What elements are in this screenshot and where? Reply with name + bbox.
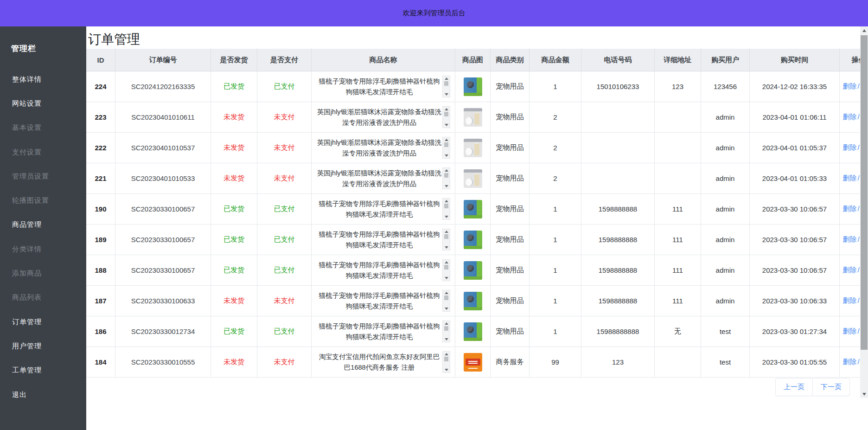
scrollbar-track[interactable] [443,116,450,123]
scrollbar-track[interactable] [443,86,450,92]
scroll-up-icon[interactable] [443,321,450,326]
scroll-down-icon[interactable] [860,390,868,398]
sidebar-item-5[interactable]: 轮播图设置 [0,188,86,212]
scrollbar-rail[interactable] [442,290,450,312]
scrollbar-thumb[interactable] [444,142,448,147]
scrollbar-track[interactable] [443,300,450,307]
scrollbar-track[interactable] [860,34,868,390]
scrollbar-thumb[interactable] [444,112,448,116]
next-page-button[interactable]: 下一页 [812,378,850,396]
product-name-scroller[interactable]: 淘宝支付宝信用代拍闲鱼京东好友阿里巴巴1688代商务服务 注册 [316,351,450,373]
sidebar-item-12[interactable]: 工单管理 [0,359,86,383]
scroll-down-icon[interactable] [443,123,450,128]
cell-purchase-time: 2023-03-30 10:06:33 [750,286,840,316]
product-name-scroller[interactable]: 猫梳子宠物专用除浮毛刷撸猫神器针梳狗狗猫咪毛发清理开结毛 [316,259,450,281]
scrollbar-rail[interactable] [442,259,450,281]
product-name-scroller[interactable]: 猫梳子宠物专用除浮毛刷撸猫神器针梳狗狗猫咪毛发清理开结毛 [316,321,450,342]
status-badge: 未发货 [223,113,244,121]
scrollbar-thumb[interactable] [444,295,448,300]
scrollbar-rail[interactable] [442,351,450,373]
scrollbar-track[interactable] [443,178,450,184]
scrollbar-thumb[interactable] [444,81,448,86]
product-name-scroller[interactable]: 英国jhly银渐层猫咪沐浴露宠物除蚤幼猫洗澡专用浴液香波洗护用品 [316,106,450,128]
delete-link[interactable]: 删除 [842,296,856,304]
scrollbar-rail[interactable] [442,321,450,342]
scroll-down-icon[interactable] [443,92,450,97]
scrollbar-track[interactable] [443,270,450,276]
scrollbar-thumb[interactable] [444,265,448,270]
scrollbar-track[interactable] [443,331,450,337]
scrollbar-rail[interactable] [442,229,450,250]
sidebar-item-4[interactable]: 管理员设置 [0,164,86,188]
product-name-scroller[interactable]: 猫梳子宠物专用除浮毛刷撸猫神器针梳狗狗猫咪毛发清理开结毛 [316,198,450,220]
delete-link[interactable]: 删除 [842,205,856,212]
cell-product-name: 猫梳子宠物专用除浮毛刷撸猫神器针梳狗狗猫咪毛发清理开结毛 [312,194,455,225]
delete-link[interactable]: 删除 [842,327,856,335]
scrollbar-rail[interactable] [442,167,450,189]
sidebar-item-2[interactable]: 基本设置 [0,116,86,140]
delete-link[interactable]: 删除 [842,174,856,182]
scroll-up-icon[interactable] [443,229,450,234]
delete-link[interactable]: 删除 [842,82,856,90]
scrollbar-thumb[interactable] [444,204,448,208]
scroll-up-icon[interactable] [443,168,450,173]
sidebar-item-7[interactable]: 分类详情 [0,237,86,261]
scroll-up-icon[interactable] [443,199,450,203]
delete-link[interactable]: 删除 [842,113,856,121]
delete-link[interactable]: 删除 [842,143,856,151]
product-name-scroller[interactable]: 英国jhly银渐层猫咪沐浴露宠物除蚤幼猫洗澡专用浴液香波洗护用品 [316,167,450,189]
scrollbar-thumb[interactable] [444,326,448,331]
scroll-up-icon[interactable] [443,260,450,264]
delete-link[interactable]: 删除 [842,358,856,366]
sidebar-item-6[interactable]: 商品管理 [0,213,86,237]
cell-shipped-status: 未发货 [211,347,257,378]
sidebar-item-8[interactable]: 添加商品 [0,261,86,285]
sidebar-item-13[interactable]: 退出 [0,383,86,407]
scroll-down-icon[interactable] [443,245,450,250]
scrollbar-thumb[interactable] [444,357,448,361]
scroll-down-icon[interactable] [443,307,450,311]
scroll-down-icon[interactable] [443,276,450,281]
scrollbar-track[interactable] [443,147,450,154]
scroll-up-icon[interactable] [443,76,450,81]
scrollbar-thumb[interactable] [861,35,868,350]
product-name-scroller[interactable]: 英国jhly银渐层猫咪沐浴露宠物除蚤幼猫洗澡专用浴液香波洗护用品 [316,137,450,159]
sidebar-item-10[interactable]: 订单管理 [0,310,86,334]
sidebar-item-11[interactable]: 用户管理 [0,334,86,358]
scroll-up-icon[interactable] [443,352,450,356]
scroll-up-icon[interactable] [860,26,868,34]
scroll-down-icon[interactable] [443,368,450,372]
scrollbar-track[interactable] [443,208,450,215]
product-name-scroller[interactable]: 猫梳子宠物专用除浮毛刷撸猫神器针梳狗狗猫咪毛发清理开结毛 [316,229,450,250]
scrollbar-thumb[interactable] [444,173,448,178]
delete-link[interactable]: 删除 [842,266,856,274]
scrollbar-thumb[interactable] [444,234,448,239]
sidebar-item-0[interactable]: 整体详情 [0,67,86,91]
scroll-down-icon[interactable] [443,154,450,158]
sidebar-item-1[interactable]: 网站设置 [0,91,86,116]
scrollbar-rail[interactable] [442,106,450,128]
top-banner: 欢迎来到管理员后台 [0,0,868,26]
cell-address: 123 [655,71,701,102]
product-name-scroller[interactable]: 猫梳子宠物专用除浮毛刷撸猫神器针梳狗狗猫咪毛发清理开结毛 [316,290,450,312]
page-scrollbar[interactable] [860,26,868,398]
scroll-up-icon[interactable] [443,137,450,142]
scroll-up-icon[interactable] [443,290,450,295]
cell-product-image [455,286,491,316]
sidebar-item-3[interactable]: 支付设置 [0,140,86,164]
scrollbar-rail[interactable] [442,137,450,159]
prev-page-button[interactable]: 上一页 [775,378,813,396]
scrollbar-track[interactable] [443,239,450,245]
scrollbar-rail[interactable] [442,198,450,220]
scroll-down-icon[interactable] [443,215,450,219]
scroll-up-icon[interactable] [443,107,450,111]
status-badge: 未发货 [223,358,244,366]
sidebar-item-9[interactable]: 商品列表 [0,286,86,310]
scrollbar-rail[interactable] [442,76,450,97]
product-name-scroller[interactable]: 猫梳子宠物专用除浮毛刷撸猫神器针梳狗狗猫咪毛发清理开结毛 [316,76,450,97]
status-badge: 已发货 [223,205,244,212]
scroll-down-icon[interactable] [443,184,450,189]
delete-link[interactable]: 删除 [842,235,856,243]
scrollbar-track[interactable] [443,361,450,368]
scroll-down-icon[interactable] [443,337,450,342]
